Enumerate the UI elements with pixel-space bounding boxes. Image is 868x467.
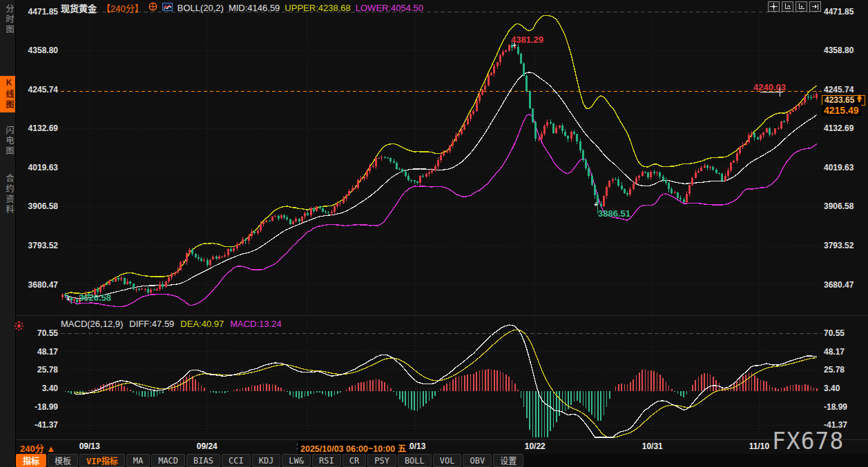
axis-tick-label: 3680.47 xyxy=(0,280,58,290)
date-axis: 240分 ▲ 09/1309/2410/0310/1310/2210/3111/… xyxy=(0,441,868,453)
symbol-name: 现货黄金 xyxy=(61,1,97,14)
last-high-annotation: 4240.03 xyxy=(753,82,786,92)
zoom-out-icon[interactable] xyxy=(782,1,793,12)
axis-tick-label: 48.17 xyxy=(0,347,58,357)
macd-diff-value: DIFF:47.59 xyxy=(129,319,174,329)
axis-tick-label: 3.40 xyxy=(0,384,58,393)
axis-tick-label: 3680.47 xyxy=(824,280,867,290)
period-label[interactable]: 【240分】 xyxy=(102,1,144,14)
toolbar-button-13[interactable]: BOLL xyxy=(398,454,432,467)
axis-tick-label: -41.37 xyxy=(0,420,58,430)
jump-latest-icon[interactable] xyxy=(809,1,821,12)
chart-tool-icons xyxy=(768,1,821,12)
axis-tick-label: 4019.63 xyxy=(0,163,58,172)
start-low-marker: + xyxy=(66,295,70,303)
axis-tick-label: 70.55 xyxy=(0,328,58,338)
toolbar-button-9[interactable]: LW& xyxy=(282,454,311,467)
target-icon[interactable] xyxy=(148,2,157,13)
toolbar-button-1[interactable]: 指标 xyxy=(16,454,46,467)
secondary-price-tag: 4215.49 xyxy=(822,105,861,116)
axis-tick-label: 4358.80 xyxy=(824,46,867,55)
toolbar-button-4[interactable]: MA xyxy=(126,454,150,467)
date-label: 10/22 xyxy=(525,441,546,451)
axis-tick-label: 3793.52 xyxy=(0,241,58,250)
axis-tick-label: 25.78 xyxy=(824,365,867,375)
date-label: 10/31 xyxy=(642,441,663,451)
axis-tick-label: 48.17 xyxy=(824,347,867,357)
toolbar-button-2[interactable]: 模板 xyxy=(48,454,78,467)
toolbar-button-5[interactable]: MACD xyxy=(151,454,185,467)
toolbar-button-7[interactable]: CCI xyxy=(222,454,251,467)
axis-tick-label: 4132.69 xyxy=(0,123,58,133)
macd-header: MACD(26,12,9) DIFF:47.59 DEA:40.97 MACD:… xyxy=(61,319,282,329)
period-selector[interactable]: 240分 ▲ xyxy=(20,441,55,455)
crosshair-tool-icon[interactable] xyxy=(768,1,780,12)
hover-time-tooltip: 2025/10/03 06:00~10:00 五 xyxy=(298,441,409,455)
indicator-dot-icon[interactable] xyxy=(15,321,23,330)
axis-tick-label: 4245.74 xyxy=(0,85,58,95)
axis-tick-label: -18.99 xyxy=(824,402,867,412)
toolbar-button-10[interactable]: RSI xyxy=(312,454,341,467)
axis-tick-label: 4471.85 xyxy=(824,7,867,17)
toolbar-button-3[interactable]: VIP指标 xyxy=(79,454,125,467)
crosshair-v-line xyxy=(780,88,780,97)
toolbar-button-8[interactable]: KDJ xyxy=(252,454,281,467)
toolbar-button-11[interactable]: CR xyxy=(343,454,366,467)
axis-tick-label: 3.40 xyxy=(824,384,867,393)
macd-value: MACD:13.24 xyxy=(230,319,281,329)
axis-tick-label: 70.55 xyxy=(824,328,867,338)
axis-tick-label: 4358.80 xyxy=(0,46,58,55)
date-label: 11/10 xyxy=(749,441,769,451)
date-label: 09/24 xyxy=(197,441,218,451)
toolbar-button-15[interactable]: OBV xyxy=(463,454,492,467)
zoom-in-icon[interactable] xyxy=(795,1,807,12)
toolbar-button-14[interactable]: VOL xyxy=(433,454,462,467)
start-low-annotation: 3626.58 xyxy=(79,292,111,303)
axis-tick-label: -18.99 xyxy=(0,402,58,412)
watermark: FX678 xyxy=(772,428,844,455)
axis-tick-label: 4471.85 xyxy=(0,7,58,17)
toolbar-button-6[interactable]: BIAS xyxy=(186,454,220,467)
low-point-marker: + xyxy=(594,201,598,208)
toolbar-button-16[interactable]: 设置 xyxy=(493,454,523,467)
axis-tick-label: 3906.58 xyxy=(824,201,867,211)
macd-params: MACD(26,12,9) xyxy=(61,319,123,329)
low-price-annotation: 3886.51 xyxy=(598,208,630,219)
axis-tick-label: 3793.52 xyxy=(824,241,867,250)
axis-tick-label: 4019.63 xyxy=(824,163,867,172)
chart-header: 现货黄金 【240分】 BOLL(20,2) MID:4146.59 UPPER… xyxy=(61,2,423,13)
macd-dea-value: DEA:40.97 xyxy=(180,319,224,329)
axis-tick-label: 25.78 xyxy=(0,365,58,375)
mini-chart-icon[interactable] xyxy=(162,3,173,13)
toolbar-button-12[interactable]: PSY xyxy=(367,454,396,467)
boll-mid-value: MID:4146.59 xyxy=(229,3,280,13)
boll-upper-value: UPPER:4238.68 xyxy=(284,3,350,13)
axis-tick-label: 3906.58 xyxy=(0,201,58,211)
axis-tick-label: 4132.69 xyxy=(824,123,867,133)
chart-canvas[interactable] xyxy=(0,0,868,467)
price-up-arrow-icon: ▲ xyxy=(855,92,864,102)
indicator-toolbar: 指标模板VIP指标MAMACDBIASCCIKDJLW&RSICRPSYBOLL… xyxy=(16,454,868,467)
app-window: 分时图K线图闪电图合约资料 现货黄金 【240分】 BOLL(20,2) MID… xyxy=(0,0,868,467)
left-sidebar: 分时图K线图闪电图合约资料 xyxy=(0,0,16,467)
boll-lower-value: LOWER:4054.50 xyxy=(356,3,423,13)
boll-params: BOLL(20,2) xyxy=(177,3,224,13)
high-point-marker: + xyxy=(512,41,517,49)
date-label: 09/13 xyxy=(79,441,100,451)
